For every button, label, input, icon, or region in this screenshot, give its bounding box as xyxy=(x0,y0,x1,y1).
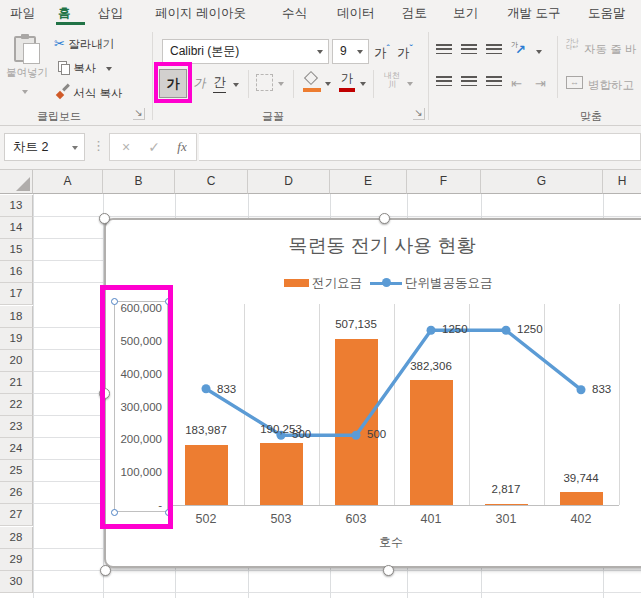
font-group-label: 글꼴 xyxy=(243,109,303,124)
col-header-B[interactable]: B xyxy=(103,170,175,194)
line-value-label: 500 xyxy=(367,428,386,440)
format-painter-icon xyxy=(56,85,70,99)
font-size-value: 9 xyxy=(340,44,347,58)
font-size-caret xyxy=(357,50,363,54)
tab-help[interactable]: 도움말 xyxy=(588,5,626,25)
phonetic-dropdown-caret[interactable] xyxy=(407,82,413,86)
align-top-button[interactable] xyxy=(436,44,452,57)
tab-review[interactable]: 검토 xyxy=(402,5,427,25)
name-box[interactable]: 차트 2 xyxy=(4,133,85,161)
font-name-value: Calibri (본문) xyxy=(170,44,239,58)
select-all-corner[interactable] xyxy=(0,170,33,194)
font-separator xyxy=(373,70,374,98)
tab-developer[interactable]: 개발 도구 xyxy=(507,5,560,25)
align-middle-button[interactable] xyxy=(461,44,477,57)
row-header-29[interactable]: 29 xyxy=(0,549,33,571)
row-header-30[interactable]: 30 xyxy=(0,571,33,593)
formula-bar: 차트 2 ⋮ × ✓ fx xyxy=(0,126,641,170)
chart-resize-handle-top-left[interactable] xyxy=(99,213,110,224)
align-separator xyxy=(557,36,558,98)
tab-file[interactable]: 파일 xyxy=(10,5,35,25)
tab-data[interactable]: 데이터 xyxy=(337,5,375,25)
shrink-font-button[interactable]: 가ˇ xyxy=(397,43,413,62)
row-header-26[interactable]: 26 xyxy=(0,482,33,504)
row-header-25[interactable]: 25 xyxy=(0,460,33,482)
align-right-button[interactable] xyxy=(486,76,502,89)
borders-button[interactable] xyxy=(256,74,273,91)
tab-page-layout[interactable]: 페이지 레이아웃 xyxy=(155,5,246,25)
row-header-28[interactable]: 28 xyxy=(0,527,33,549)
x-axis-title[interactable]: 호수 xyxy=(341,534,441,551)
excel-window: { "ribbon": { "tabs": ["파일", "홈", "삽입", … xyxy=(0,0,641,598)
chart-resize-handle-bottom-middle[interactable] xyxy=(383,565,394,576)
row-header-14[interactable]: 14 xyxy=(0,217,33,239)
category-label: 402 xyxy=(546,512,616,526)
formula-buttons: × ✓ fx xyxy=(109,133,197,161)
row-header-20[interactable]: 20 xyxy=(0,350,33,372)
active-tab-underline xyxy=(56,22,85,25)
category-label: 301 xyxy=(471,512,541,526)
formula-bar-grip[interactable]: ⋮ xyxy=(92,138,105,153)
chart-object[interactable]: 목련동 전기 사용 현황 전기요금 단위별공동요금 600,000 500,00… xyxy=(104,218,641,568)
row-header-24[interactable]: 24 xyxy=(0,438,33,460)
col-header-E[interactable]: E xyxy=(330,170,407,194)
increase-indent-button[interactable]: ⇥ xyxy=(535,76,546,91)
row-header-13[interactable]: 13 xyxy=(0,195,33,217)
enter-button[interactable]: ✓ xyxy=(140,134,168,160)
align-bottom-button[interactable] xyxy=(486,44,502,57)
chart-resize-handle-bottom-left[interactable] xyxy=(100,565,111,576)
col-header-A[interactable]: A xyxy=(33,170,103,194)
orientation-dropdown-caret[interactable] xyxy=(536,50,542,54)
italic-button[interactable]: 가 xyxy=(192,75,208,92)
bar-value-label: 2,817 xyxy=(471,483,541,495)
row-header-21[interactable]: 21 xyxy=(0,372,33,394)
fill-color-button[interactable] xyxy=(303,72,321,92)
row-header-23[interactable]: 23 xyxy=(0,416,33,438)
font-color-dropdown-caret[interactable] xyxy=(360,82,366,86)
tab-view[interactable]: 보기 xyxy=(453,5,478,25)
annotation-box-bold-button xyxy=(154,62,192,103)
copy-dropdown-caret xyxy=(106,67,112,71)
col-header-H[interactable]: H xyxy=(603,170,641,194)
insert-function-button[interactable]: fx xyxy=(168,134,196,160)
row-header-16[interactable]: 16 xyxy=(0,261,33,283)
borders-dropdown-caret[interactable] xyxy=(278,82,284,86)
col-header-D[interactable]: D xyxy=(248,170,330,194)
text-orientation-button[interactable]: 가↗ xyxy=(511,40,533,60)
copy-button[interactable]: 복사 xyxy=(58,61,112,76)
row-header-15[interactable]: 15 xyxy=(0,239,33,261)
col-header-C[interactable]: C xyxy=(175,170,248,194)
font-color-button[interactable]: 가 xyxy=(338,70,356,92)
fill-color-dropdown-caret[interactable] xyxy=(325,82,331,86)
col-header-G[interactable]: G xyxy=(481,170,603,194)
formula-input[interactable] xyxy=(199,133,641,161)
tab-insert[interactable]: 삽입 xyxy=(98,5,123,25)
col-header-F[interactable]: F xyxy=(407,170,481,194)
cancel-button[interactable]: × xyxy=(112,134,140,160)
cut-button[interactable]: ✂ 잘라내기 xyxy=(54,36,114,52)
align-center-button[interactable] xyxy=(461,76,477,89)
row-header-19[interactable]: 19 xyxy=(0,328,33,350)
align-left-button[interactable] xyxy=(436,76,452,89)
phonetic-guide-button[interactable]: 내천川 xyxy=(381,68,403,92)
font-dialog-launcher[interactable]: ↘ xyxy=(413,108,425,120)
merge-center-button[interactable]: 병합하고 xyxy=(588,78,634,93)
tab-formulas[interactable]: 수식 xyxy=(282,5,307,25)
row-header-27[interactable]: 27 xyxy=(0,504,33,526)
format-painter-label: 서식 복사 xyxy=(73,87,122,99)
underline-button[interactable]: 간 xyxy=(213,74,226,93)
wrap-text-button[interactable]: 자동 줄 바 xyxy=(584,42,636,57)
row-header-18[interactable]: 18 xyxy=(0,306,33,328)
merge-center-icon: ↔ xyxy=(566,76,583,89)
row-header-22[interactable]: 22 xyxy=(0,394,33,416)
font-size-combo[interactable]: 9 xyxy=(332,39,369,64)
chart-resize-handle-top-middle[interactable] xyxy=(379,213,390,224)
decrease-indent-button[interactable]: ⇤ xyxy=(511,76,522,91)
font-name-combo[interactable]: Calibri (본문) xyxy=(162,39,329,64)
grow-font-button[interactable]: 가ˆ xyxy=(374,43,390,62)
sheet-grid: A B C D E F G H 13 14 15 16 17 18 19 20 … xyxy=(0,170,641,598)
row-header-17[interactable]: 17 xyxy=(0,283,33,305)
format-painter-button[interactable]: 서식 복사 xyxy=(56,85,123,101)
underline-dropdown-caret[interactable] xyxy=(233,83,239,87)
clipboard-dialog-launcher[interactable]: ↘ xyxy=(133,108,145,120)
